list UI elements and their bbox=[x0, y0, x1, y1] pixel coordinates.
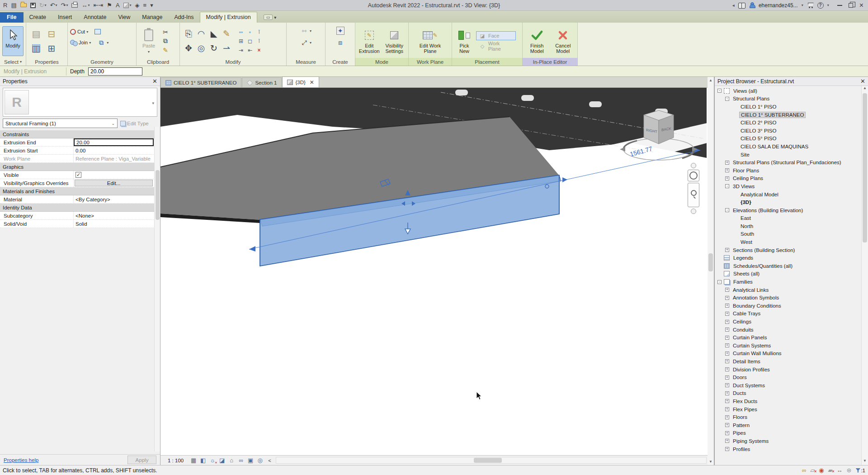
tree-item-annotation-symbols[interactable]: +Annotation Symbols bbox=[715, 294, 868, 302]
close-button[interactable]: × bbox=[859, 3, 863, 8]
cut-to-clipboard-icon[interactable]: ✂ bbox=[161, 28, 170, 36]
cut-geometry-button[interactable]: Cut▾ bbox=[70, 27, 88, 36]
ribbon-tab-insert[interactable]: Insert bbox=[52, 12, 78, 23]
crop-view-icon[interactable]: ▣ bbox=[246, 456, 255, 465]
tree-item-detail-items[interactable]: +Detail Items bbox=[715, 357, 868, 366]
help-menu-chevron-icon[interactable]: ▾ bbox=[827, 3, 829, 7]
properties-help-link[interactable]: Properties help bbox=[4, 457, 38, 463]
beam-cope-button[interactable] bbox=[94, 27, 101, 36]
properties-panel-label[interactable]: Properties bbox=[26, 58, 67, 66]
store-cart-icon[interactable] bbox=[807, 3, 814, 8]
tree-item-pattern[interactable]: +Pattern bbox=[715, 421, 868, 429]
restore-button[interactable] bbox=[849, 3, 853, 8]
detail-level-icon[interactable]: ▦ bbox=[189, 456, 198, 465]
ribbon-tab-file[interactable]: File bbox=[0, 12, 24, 23]
close-view-icon[interactable]: ✕ bbox=[310, 79, 314, 86]
instance-filter-combo[interactable]: Structural Framing (1) ⌄ bbox=[3, 119, 118, 128]
visual-style-icon[interactable]: ◧ bbox=[198, 456, 208, 465]
filter-button[interactable]: :1 bbox=[855, 468, 865, 473]
aligned-dimension-icon[interactable]: ⇤⇥ bbox=[92, 1, 104, 10]
offset-button[interactable]: ⇀ bbox=[223, 43, 230, 53]
user-menu-chevron-icon[interactable]: ▾ bbox=[802, 3, 803, 7]
drag-on-selection-toggle[interactable]: ↔ bbox=[837, 467, 843, 474]
tree-expander-icon[interactable]: + bbox=[725, 336, 729, 340]
tree-item-cielo-3-piso[interactable]: CIELO 3° PISO bbox=[715, 127, 868, 135]
copy-to-clipboard-icon[interactable]: ⧉ bbox=[161, 37, 170, 45]
visibility-settings-button[interactable]: Visibility Settings bbox=[383, 26, 406, 56]
align-button[interactable]: ⎘ bbox=[185, 29, 192, 39]
tree-expander-icon[interactable]: + bbox=[725, 375, 729, 380]
open-icon[interactable] bbox=[19, 1, 28, 10]
properties-palette-icon[interactable]: ▥ bbox=[32, 44, 40, 52]
tree-expander-icon[interactable]: + bbox=[725, 248, 729, 252]
user-avatar-icon[interactable] bbox=[749, 2, 755, 8]
scale-button[interactable]: ◻ bbox=[248, 38, 252, 44]
tree-item-north[interactable]: North bbox=[715, 222, 868, 230]
tree-expander-icon[interactable]: - bbox=[725, 208, 729, 212]
default-3d-view-icon[interactable]: ▾ bbox=[122, 1, 133, 10]
drawing-area[interactable]: 1561.77 RIGHT BACK bbox=[160, 88, 708, 455]
ribbon-tab-create[interactable]: Create bbox=[24, 12, 52, 23]
tree-expander-icon[interactable]: + bbox=[725, 176, 729, 180]
sun-path-icon[interactable]: ☼× bbox=[208, 456, 217, 465]
search-icon[interactable] bbox=[738, 3, 745, 8]
tree-item-cielo-sala-de-maquinas[interactable]: CIELO SALA DE MAQUINAS bbox=[715, 142, 868, 151]
project-browser-scrollbar[interactable]: ▲▼ bbox=[861, 86, 868, 465]
edit-profile-button[interactable]: ✎ bbox=[223, 28, 230, 39]
tree-expander-icon[interactable]: + bbox=[725, 439, 729, 443]
view-tab-section-1[interactable]: Section 1 bbox=[242, 77, 282, 87]
tree-expander-icon[interactable]: + bbox=[725, 328, 729, 332]
tree-expander-icon[interactable]: + bbox=[725, 407, 729, 411]
tree-expander-icon[interactable]: - bbox=[725, 184, 729, 188]
tree-item-cielo-2-piso[interactable]: CIELO 2° PISO bbox=[715, 119, 868, 127]
collapse-viewbar-icon[interactable]: < bbox=[265, 458, 274, 463]
tree-item-cielo-1-piso[interactable]: CIELO 1° PISO bbox=[715, 103, 868, 111]
tree-item-analytical-links[interactable]: +Analytical Links bbox=[715, 286, 868, 294]
edit-work-plane-button[interactable]: ✎ Edit Work Plane bbox=[415, 26, 445, 56]
properties-folder-icon[interactable]: ⊟ bbox=[47, 30, 56, 38]
selection-settings-gear[interactable]: ⊛ bbox=[847, 467, 852, 474]
revit-logo-icon[interactable]: R bbox=[2, 1, 9, 10]
unpin-button[interactable]: ⊺ bbox=[258, 29, 260, 35]
tree-item-cable-trays[interactable]: +Cable Trays bbox=[715, 310, 868, 318]
paste-button[interactable]: Paste▾ bbox=[139, 26, 159, 56]
group-header-constraints[interactable]: Constraints« bbox=[0, 130, 160, 138]
project-browser-header[interactable]: Project Browser - Estructural.rvt ✕ bbox=[715, 77, 868, 86]
trim-corner-button[interactable]: ⇥ bbox=[239, 47, 243, 53]
help-icon[interactable]: ? bbox=[817, 2, 824, 9]
tree-expander-icon[interactable]: + bbox=[725, 399, 729, 403]
tree-expander-icon[interactable]: + bbox=[725, 343, 729, 347]
in-place-editor-panel-label[interactable]: In-Place Editor bbox=[523, 58, 577, 66]
tree-expander-icon[interactable]: + bbox=[725, 312, 729, 316]
zoom-tool-icon[interactable] bbox=[688, 183, 699, 207]
measure-between-refs-button[interactable]: ⇿▾ bbox=[300, 26, 311, 35]
tree-item-curtain-systems[interactable]: +Curtain Systems bbox=[715, 342, 868, 350]
tree-item-sections-building-section[interactable]: +Sections (Building Section) bbox=[715, 246, 868, 254]
mirror-button[interactable]: ▫▫ bbox=[239, 29, 243, 35]
horizontal-scrollbar[interactable] bbox=[276, 457, 707, 464]
placement-panel-label[interactable]: Placement bbox=[452, 58, 522, 66]
modify-panel-label[interactable]: Modify bbox=[180, 58, 286, 66]
select-by-face-toggle[interactable]: ▰× bbox=[828, 467, 833, 474]
cope-button[interactable]: ◠ bbox=[198, 28, 205, 39]
measure-icon[interactable]: ↔▾ bbox=[80, 1, 91, 10]
tree-item-3d-views[interactable]: -3D Views bbox=[715, 182, 868, 190]
tree-item-schedules-quantities-all[interactable]: Schedules/Quantities (all) bbox=[715, 262, 868, 270]
tree-item-profiles[interactable]: +Profiles bbox=[715, 445, 868, 453]
tree-item-boundary-conditions[interactable]: +Boundary Conditions bbox=[715, 302, 868, 310]
tree-expander-icon[interactable]: + bbox=[725, 352, 729, 356]
tree-item-duct-systems[interactable]: +Duct Systems bbox=[715, 381, 868, 390]
tree-item-3d[interactable]: {3D} bbox=[715, 198, 868, 206]
visible-checkbox[interactable]: ✓ bbox=[75, 172, 81, 178]
select-pinned-toggle[interactable]: ◉ bbox=[819, 467, 824, 474]
measure-panel-label[interactable]: Measure bbox=[287, 58, 325, 66]
ribbon-tab-manage[interactable]: Manage bbox=[136, 12, 168, 23]
delete-button[interactable]: × bbox=[257, 47, 260, 53]
match-type-properties-icon[interactable]: ✎ bbox=[161, 46, 170, 54]
create-assembly-button[interactable]: ⧈ bbox=[336, 38, 344, 47]
project-browser-close-icon[interactable]: ✕ bbox=[860, 78, 865, 85]
tree-item-curtain-panels[interactable]: +Curtain Panels bbox=[715, 333, 868, 342]
tree-item-flex-ducts[interactable]: +Flex Ducts bbox=[715, 397, 868, 405]
tree-item-legends[interactable]: Legends bbox=[715, 254, 868, 262]
temporary-hide-icon[interactable]: ∞ bbox=[236, 456, 245, 465]
